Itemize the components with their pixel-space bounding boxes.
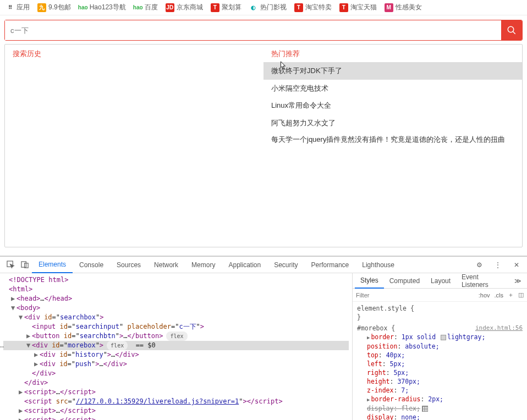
dom-node[interactable]: </div> — [3, 369, 349, 378]
devtools-tab[interactable]: Lighthouse — [355, 257, 401, 273]
search-input[interactable] — [5, 20, 501, 40]
styles-more-icon[interactable]: ≫ — [511, 277, 525, 285]
device-toggle-icon[interactable] — [18, 257, 32, 273]
search-box — [4, 20, 523, 41]
devtools-tab[interactable]: Sources — [110, 257, 147, 273]
styles-filter-input[interactable] — [356, 292, 474, 299]
search-icon — [507, 25, 517, 35]
bookmark-icon: hao — [134, 3, 142, 12]
dom-node[interactable]: ▶<div id="push">…</div> — [3, 360, 349, 369]
bookmark-icon: JD — [166, 3, 174, 12]
dom-node[interactable]: ▶<script>…</script> — [3, 406, 349, 416]
bookmark-label: 9.9包邮 — [48, 3, 71, 12]
devtools-tab[interactable]: Elements — [32, 257, 73, 273]
svg-line-1 — [513, 31, 515, 34]
suggestion-item[interactable]: 小米隔空充电技术 — [264, 80, 522, 97]
dom-node[interactable]: ▶<button id="searchbtn">…</button>flex — [3, 331, 349, 341]
bookmark-icon: ◐ — [249, 3, 258, 12]
styles-tab[interactable]: Computed — [384, 273, 425, 289]
suggestion-item[interactable]: 每天学一个jquery插件竟然没有插件！究竟是道德的沦丧，还是人性的扭曲 — [264, 131, 522, 148]
bookmark-label: 百度 — [145, 3, 158, 12]
suggestion-item[interactable]: 微软终于对JDK下手了 — [264, 62, 522, 80]
styles-pin-icon[interactable]: ◫ — [518, 291, 524, 299]
suggestions-panel: 搜索历史 热门推荐 微软终于对JDK下手了小米隔空充电技术Linux常用命令大全… — [4, 44, 523, 247]
styles-rules[interactable]: element.style {}index.html:56#morebox {▶… — [353, 302, 527, 420]
bookmark-label: 聚划算 — [222, 3, 241, 12]
bookmark-item[interactable]: JD京东商城 — [166, 3, 203, 12]
devtools-tabs: ElementsConsoleSourcesNetworkMemoryAppli… — [0, 257, 527, 273]
dom-node[interactable]: </div> — [3, 378, 349, 388]
bookmark-label: 京东商城 — [177, 3, 203, 12]
suggestion-item[interactable]: Linux常用命令大全 — [264, 97, 522, 114]
new-rule-button[interactable]: ＋ — [508, 291, 514, 299]
rule-source-link[interactable]: index.html:56 — [475, 324, 523, 333]
svg-rect-3 — [21, 262, 25, 267]
bookmark-label: 淘宝天猫 — [350, 3, 377, 12]
bookmark-item[interactable]: T淘宝特卖 — [294, 3, 332, 12]
dom-node[interactable]: ▶<head>…</head> — [3, 294, 349, 303]
history-title: 搜索历史 — [13, 49, 256, 62]
bookmark-label: 应用 — [17, 3, 30, 12]
bookmarks-bar: ⠿应用九9.9包邮haoHao123导航hao百度JD京东商城T聚划算◐热门影视… — [0, 0, 527, 15]
styles-panel: StylesComputedLayoutEvent Listeners≫ :ho… — [352, 273, 527, 420]
dom-tree[interactable]: <!DOCTYPE html><html>▶<head>…</head>▼<bo… — [0, 273, 352, 420]
bookmark-icon: M — [385, 3, 393, 12]
bookmark-icon: T — [339, 3, 348, 12]
bookmark-item[interactable]: 九9.9包邮 — [37, 3, 71, 12]
bookmark-item[interactable]: hao百度 — [134, 3, 158, 12]
bookmark-icon: hao — [79, 3, 87, 12]
push-column: 热门推荐 微软终于对JDK下手了小米隔空充电技术Linux常用命令大全阿飞超努力… — [264, 45, 522, 247]
bookmark-icon: ⠿ — [6, 3, 14, 12]
devtools-tab[interactable]: Application — [222, 257, 267, 273]
svg-point-0 — [508, 26, 514, 32]
devtools-tab[interactable]: Console — [73, 257, 110, 273]
search-button[interactable] — [501, 20, 522, 40]
push-title: 热门推荐 — [264, 45, 522, 62]
dom-node[interactable]: ▼<div id="searchbox"> — [3, 313, 349, 322]
bookmark-item[interactable]: ◐热门影视 — [249, 3, 287, 12]
dom-node[interactable]: <script src="//127.0.0.1:35929/livereloa… — [3, 397, 349, 406]
bookmark-icon: 九 — [37, 3, 46, 12]
devtools-tab[interactable]: Performance — [305, 257, 356, 273]
dom-node[interactable]: <input id="searchinput" placeholder="c一下… — [3, 322, 349, 331]
settings-icon[interactable]: ⚙ — [472, 257, 486, 273]
dom-node[interactable]: <html> — [3, 285, 349, 294]
dom-node[interactable]: <!DOCTYPE html> — [3, 275, 349, 285]
more-icon[interactable]: ⋮ — [491, 257, 505, 273]
bookmark-icon: T — [211, 3, 219, 12]
bookmark-item[interactable]: T淘宝天猫 — [339, 3, 377, 12]
styles-tab[interactable]: Layout — [425, 273, 456, 289]
bookmark-label: Hao123导航 — [90, 3, 126, 12]
bookmark-label: 性感美女 — [396, 3, 422, 12]
devtools-tab[interactable]: Security — [267, 257, 304, 273]
bookmark-item[interactable]: M性感美女 — [385, 3, 422, 12]
bookmark-icon: T — [294, 3, 303, 12]
history-column: 搜索历史 — [5, 45, 264, 247]
cls-toggle[interactable]: .cls — [495, 292, 504, 299]
dom-node[interactable]: ▶<script>…</script> — [3, 388, 349, 397]
inspect-icon[interactable] — [3, 257, 18, 273]
dom-node[interactable]: ▶<script>…</script> — [3, 416, 349, 420]
bookmark-item[interactable]: ⠿应用 — [6, 3, 30, 12]
bookmark-label: 热门影视 — [260, 3, 287, 12]
dom-node[interactable]: …▼<div id="morebox">flex == $0 — [3, 341, 349, 350]
devtools-tab[interactable]: Network — [147, 257, 185, 273]
styles-tab[interactable]: Event Listeners — [456, 273, 511, 289]
suggestion-item[interactable]: 阿飞超努力又水文了 — [264, 114, 522, 132]
dom-node[interactable]: ▶<div id="history">…</div> — [3, 350, 349, 360]
devtools-panel: ElementsConsoleSourcesNetworkMemoryAppli… — [0, 256, 527, 420]
devtools-tab[interactable]: Memory — [185, 257, 222, 273]
bookmark-label: 淘宝特卖 — [305, 3, 332, 12]
dom-node[interactable]: ▼<body> — [3, 303, 349, 313]
close-icon[interactable]: ✕ — [509, 257, 524, 273]
bookmark-item[interactable]: T聚划算 — [211, 3, 241, 12]
bookmark-item[interactable]: haoHao123导航 — [79, 3, 126, 12]
hov-toggle[interactable]: :hov — [479, 292, 490, 299]
styles-tab[interactable]: Styles — [355, 273, 384, 289]
